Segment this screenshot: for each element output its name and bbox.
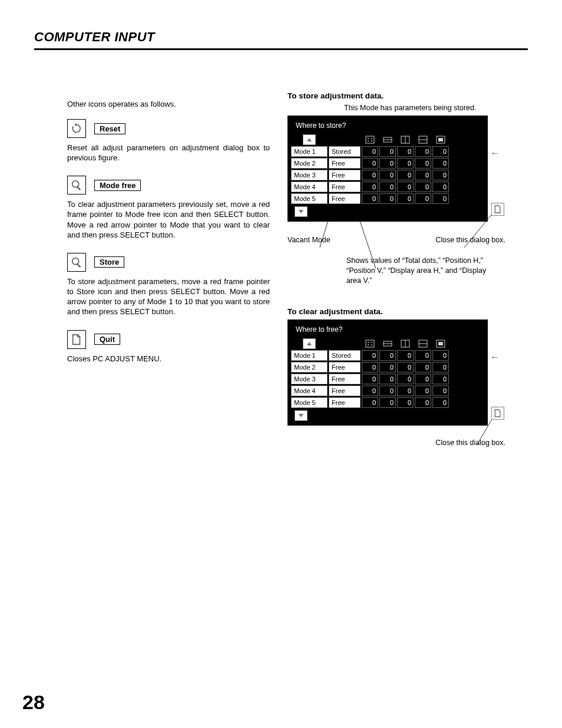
value-cell: 0 [415, 193, 431, 204]
left-column: Other icons operates as follows. Reset R… [34, 78, 270, 447]
clear-dialog-title: Where to free? [291, 323, 484, 338]
value-cell: 0 [362, 182, 378, 192]
value-cell: 0 [379, 362, 396, 373]
value-cell: 0 [362, 193, 378, 204]
mode-cell[interactable]: Mode 3 [291, 170, 328, 180]
value-cell: 0 [379, 397, 396, 408]
vacant-mode-callout: Vacant Mode [287, 236, 330, 244]
value-cell: 0 [379, 350, 396, 361]
column-header-icon [432, 134, 449, 145]
svg-point-1 [72, 181, 79, 187]
svg-point-12 [371, 138, 372, 139]
value-cell: 0 [432, 397, 449, 408]
mode-cell[interactable]: Mode 4 [291, 182, 328, 192]
mode-cell[interactable]: Mode 3 [291, 374, 328, 384]
value-cell: 0 [415, 362, 431, 373]
clear-heading: To clear adjustment data. [287, 307, 528, 316]
value-cell: 0 [415, 397, 431, 408]
value-cell: 0 [362, 170, 378, 180]
value-cell: 0 [415, 182, 431, 192]
reset-block: Reset [67, 119, 270, 138]
value-cell: 0 [362, 374, 378, 384]
svg-rect-22 [438, 138, 443, 141]
value-cell: 0 [432, 362, 449, 373]
mode-cell[interactable]: Mode 1 [291, 350, 328, 361]
value-cell: 0 [362, 158, 378, 169]
close-dialog-icon[interactable] [491, 203, 504, 216]
mode-cell[interactable]: Mode 5 [291, 397, 328, 408]
status-cell: Free [329, 362, 361, 373]
close-dialog-callout: Close this dialog box. [435, 236, 505, 244]
value-cell: 0 [362, 362, 378, 373]
modefree-label: Mode free [94, 180, 141, 191]
store-icon [67, 253, 86, 272]
value-cell: 0 [397, 146, 414, 157]
close-dialog-callout-2: Close this dialog box. [287, 439, 505, 447]
clear-dialog-wrap: Where to free? Mode 1Stored00000Mode 2Fr… [287, 319, 528, 447]
mode-cell[interactable]: Mode 2 [291, 362, 328, 373]
quit-block: Quit [67, 330, 270, 349]
svg-point-29 [368, 344, 369, 345]
value-cell: 0 [397, 170, 414, 180]
reset-label: Reset [94, 123, 125, 134]
value-cell: 0 [362, 350, 378, 361]
value-cell: 0 [397, 193, 414, 204]
svg-marker-9 [307, 138, 312, 141]
value-cell: 0 [432, 386, 449, 396]
scroll-down-button[interactable] [295, 206, 308, 217]
status-cell: Free [329, 170, 361, 180]
value-cell: 0 [415, 170, 431, 180]
svg-marker-25 [307, 342, 312, 345]
scroll-down-button[interactable] [295, 410, 308, 421]
status-cell: Free [329, 397, 361, 408]
column-header-icon [379, 134, 396, 145]
value-cell: 0 [432, 182, 449, 192]
store-dialog-title: Where to store? [291, 119, 484, 134]
mode-cell[interactable]: Mode 1 [291, 146, 328, 157]
value-cell: 0 [432, 374, 449, 384]
column-header-icon [362, 134, 378, 145]
scroll-up-button[interactable] [303, 134, 316, 145]
mode-cell[interactable]: Mode 4 [291, 386, 328, 396]
value-cell: 0 [432, 170, 449, 180]
quit-icon [67, 330, 86, 349]
column-header-icon [397, 134, 414, 145]
store-heading: To store adjustment data. [287, 91, 528, 100]
status-cell: Free [329, 158, 361, 169]
value-cell: 0 [379, 386, 396, 396]
svg-point-13 [368, 140, 369, 141]
value-cell: 0 [415, 146, 431, 157]
value-cell: 0 [397, 386, 414, 396]
column-header-icon [432, 338, 449, 349]
reset-icon [67, 119, 86, 138]
value-cell: 0 [397, 182, 414, 192]
value-cell: 0 [397, 350, 414, 361]
scroll-up-button[interactable] [303, 338, 316, 349]
status-cell: Free [329, 386, 361, 396]
right-column: To store adjustment data. This Mode has … [287, 78, 528, 447]
value-cell: 0 [379, 146, 396, 157]
status-cell: Free [329, 182, 361, 192]
svg-point-27 [368, 342, 369, 343]
status-cell: Free [329, 193, 361, 204]
close-dialog-icon[interactable] [491, 407, 504, 420]
svg-rect-10 [366, 136, 374, 143]
modefree-icon [67, 176, 86, 195]
status-cell: Free [329, 374, 361, 384]
mode-cell[interactable]: Mode 2 [291, 158, 328, 169]
value-cell: 0 [397, 374, 414, 384]
column-header-icon [415, 338, 431, 349]
value-cell: 0 [379, 374, 396, 384]
svg-marker-39 [299, 414, 303, 417]
column-header-icon [362, 338, 378, 349]
mode-cell[interactable]: Mode 5 [291, 193, 328, 204]
value-cell: 0 [379, 158, 396, 169]
values-callout: Shows values of “Total dots,” “Position … [346, 256, 488, 286]
value-cell: 0 [432, 350, 449, 361]
value-cell: 0 [362, 386, 378, 396]
clear-dialog: Where to free? Mode 1Stored00000Mode 2Fr… [287, 319, 488, 426]
svg-marker-2 [77, 186, 81, 190]
store-label: Store [94, 256, 124, 268]
value-cell: 0 [432, 158, 449, 169]
column-header-icon [397, 338, 414, 349]
